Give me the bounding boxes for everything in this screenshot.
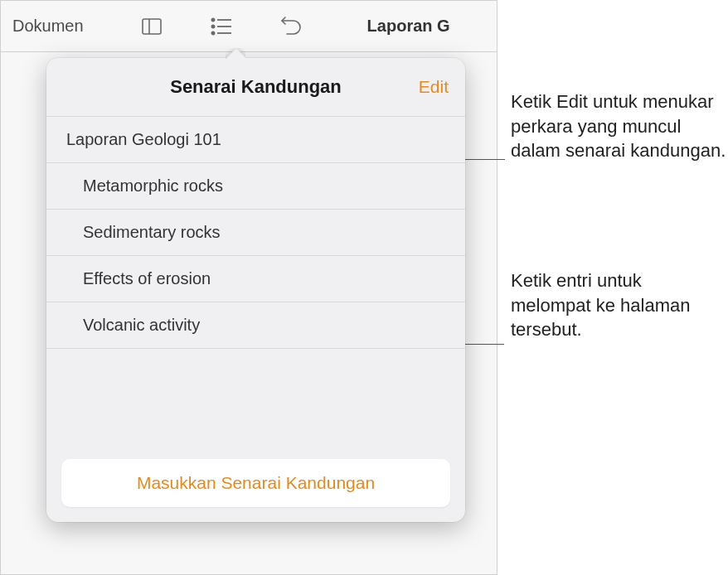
panel-icon[interactable] [133,8,170,45]
toolbar: Dokumen Laporan G [1,1,497,52]
toc-icon[interactable] [203,8,240,45]
callout-text: Ketik entri untuk melompat ke halaman te… [511,268,718,342]
insert-toc-button[interactable]: Masukkan Senarai Kandungan [61,459,450,507]
svg-point-4 [211,25,214,27]
svg-point-2 [211,18,214,21]
svg-rect-0 [143,19,161,34]
toc-item[interactable]: Metamorphic rocks [46,163,465,210]
toc-item[interactable]: Laporan Geologi 101 [46,116,465,163]
popover-footer: Masukkan Senarai Kandungan [46,444,465,522]
toc-item[interactable]: Volcanic activity [46,302,465,349]
undo-icon[interactable] [273,8,309,45]
toc-item[interactable]: Effects of erosion [46,256,465,302]
popover-header: Senarai Kandungan Edit [46,58,465,116]
popover-title: Senarai Kandungan [170,76,342,98]
edit-button[interactable]: Edit [419,77,449,97]
document-title: Laporan G [367,17,450,36]
svg-point-6 [211,31,214,34]
documents-back-button[interactable]: Dokumen [12,17,84,36]
callout-text: Ketik Edit untuk menukar perkara yang mu… [511,89,726,163]
toc-list: Laporan Geologi 101 Metamorphic rocks Se… [46,116,465,444]
toc-popover: Senarai Kandungan Edit Laporan Geologi 1… [46,58,465,522]
toc-item[interactable]: Sedimentary rocks [46,210,465,256]
